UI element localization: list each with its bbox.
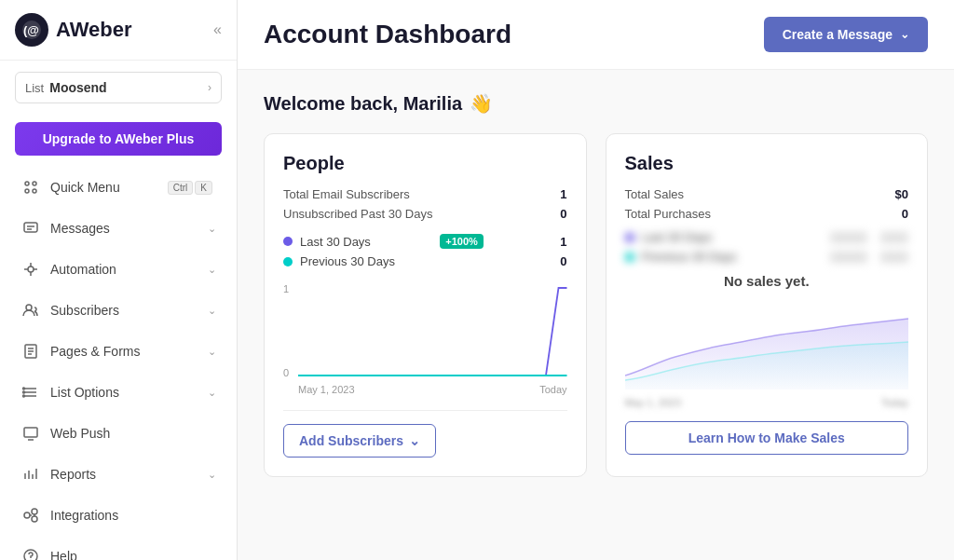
chevron-down-icon: ⌄ [208,305,216,317]
total-sales-label: Total Sales [625,187,685,201]
chevron-down-icon: ⌄ [208,346,216,358]
growth-badge: +100% [440,234,484,249]
list-selector[interactable]: List Moosend › [15,72,222,103]
nav-label-automation: Automation [50,262,208,277]
svg-rect-13 [24,428,37,437]
create-message-button[interactable]: Create a Message ⌄ [764,17,928,52]
chevron-down-icon: ⌄ [208,469,216,481]
sidebar-item-pages-forms[interactable]: Pages & Forms ⌄ [6,332,231,371]
chart-x-start: May 1, 2023 [298,384,355,395]
total-email-subscribers-label: Total Email Subscribers [283,187,410,201]
add-subscribers-button[interactable]: Add Subscribers ⌄ [283,424,436,458]
nav-label-reports: Reports [50,467,208,482]
svg-point-14 [24,512,30,518]
nav-label-messages: Messages [50,221,208,236]
sales-card-title: Sales [625,153,909,174]
nav-label-quick-menu: Quick Menu [50,180,168,195]
legend-label-last-30: Last 30 Days [300,235,371,249]
nav-label-web-push: Web Push [50,426,216,441]
total-sales-row: Total Sales $0 [625,187,909,201]
pages-forms-icon [20,341,41,362]
create-button-chevron-icon: ⌄ [900,28,909,41]
integrations-icon [20,505,41,526]
subscribers-icon [20,300,41,321]
sidebar-item-list-options[interactable]: List Options ⌄ [6,373,231,412]
nav-label-help: Help [50,549,216,560]
reports-icon [20,464,41,485]
sidebar-header: (@ AWeber « [0,0,237,61]
main-body: Welcome back, Marilia 👋 People Total Ema… [238,70,954,560]
legend-label-prev-30: Previous 30 Days [300,254,395,268]
messages-icon [20,218,41,239]
sales-chart: May 1, 2023 Today [625,296,909,408]
svg-point-16 [32,516,37,522]
sales-legend-item-2: Previous 30 Days [625,250,909,264]
sales-chart-svg [625,296,909,389]
list-label: List [25,81,44,95]
legend-last-30-days: Last 30 Days +100% 1 [283,234,567,249]
legend-previous-30-days: Previous 30 Days 0 [283,254,567,268]
people-card-footer: Add Subscribers ⌄ [283,410,567,458]
svg-point-3 [33,182,36,185]
svg-point-15 [32,509,37,514]
svg-point-11 [23,391,25,393]
sales-chart-x-labels: May 1, 2023 Today [625,397,909,408]
list-chevron-icon: › [208,81,211,94]
total-purchases-value: 0 [902,207,908,221]
svg-point-2 [25,182,29,185]
wave-emoji: 👋 [470,92,493,115]
sidebar-item-reports[interactable]: Reports ⌄ [6,455,231,494]
sidebar: (@ AWeber « List Moosend › Upgrade to AW… [0,0,238,560]
nav-label-integrations: Integrations [50,508,216,523]
svg-point-5 [33,189,36,193]
legend-dot-purple [283,237,293,246]
unsubscribed-label: Unsubscribed Past 30 Days [283,207,432,221]
collapse-sidebar-button[interactable]: « [213,21,222,38]
people-chart-svg [298,283,567,376]
nav-label-pages-forms: Pages & Forms [50,344,208,359]
svg-point-12 [23,395,25,397]
sidebar-item-automation[interactable]: Automation ⌄ [6,250,231,289]
upgrade-button[interactable]: Upgrade to AWeber Plus [15,122,222,156]
logo-text: AWeber [56,18,132,42]
people-card: People Total Email Subscribers 1 Unsubsc… [264,133,587,477]
keyboard-shortcut: Ctrl K [168,181,212,195]
main-content: Account Dashboard Create a Message ⌄ Wel… [238,0,954,560]
sidebar-item-subscribers[interactable]: Subscribers ⌄ [6,291,231,330]
sales-card: Sales Total Sales $0 Total Purchases 0 L… [606,133,929,477]
chart-x-end: Today [539,384,566,395]
chevron-down-icon: ⌄ [208,387,216,399]
list-name: Moosend [49,80,208,95]
nav-label-subscribers: Subscribers [50,303,208,318]
main-header: Account Dashboard Create a Message ⌄ [238,0,954,70]
chart-legend: Last 30 Days +100% 1 Previous 30 Days 0 [283,234,567,268]
unsubscribed-row: Unsubscribed Past 30 Days 0 [283,207,567,221]
list-options-icon [20,382,41,403]
chevron-down-icon: ⌄ [208,223,216,235]
welcome-message: Welcome back, Marilia 👋 [264,92,928,115]
sidebar-item-help[interactable]: Help [6,537,231,560]
page-title: Account Dashboard [264,20,511,49]
total-purchases-row: Total Purchases 0 [625,207,909,221]
people-chart: 1 0 May 1, 2023 Today [283,283,567,395]
sidebar-item-integrations[interactable]: Integrations [6,496,231,535]
legend-val-prev-30: 0 [560,254,566,268]
sales-legend-dot-2 [625,253,634,262]
chevron-down-icon: ⌄ [208,264,216,276]
svg-point-17 [24,550,37,560]
web-push-icon [20,423,41,444]
svg-text:(@: (@ [23,23,39,37]
legend-val-last-30: 1 [560,235,566,249]
cards-row: People Total Email Subscribers 1 Unsubsc… [264,133,928,477]
svg-point-8 [26,305,32,310]
sidebar-item-messages[interactable]: Messages ⌄ [6,209,231,248]
learn-how-to-make-sales-button[interactable]: Learn How to Make Sales [625,421,909,455]
svg-point-10 [23,388,25,389]
chart-x-labels: May 1, 2023 Today [298,384,567,395]
sidebar-item-web-push[interactable]: Web Push [6,414,231,453]
sidebar-item-quick-menu[interactable]: Quick Menu Ctrl K [6,168,231,207]
logo: (@ AWeber [15,13,132,47]
no-sales-text: No sales yet. [625,273,909,289]
help-icon [20,546,41,560]
sales-legend-blurred: Last 30 Days Previous 30 Days [625,230,909,264]
